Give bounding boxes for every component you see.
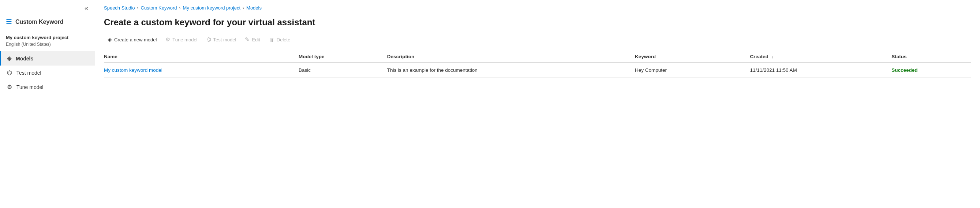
breadcrumb-speech-studio[interactable]: Speech Studio — [104, 5, 135, 11]
sidebar-app-name: ☰ Custom Keyword — [0, 15, 95, 32]
models-icon: ◈ — [7, 55, 11, 62]
col-header-status: Status — [891, 51, 971, 62]
breadcrumb: Speech Studio › Custom Keyword › My cust… — [104, 0, 971, 14]
cell-description: This is an example for the documentation — [387, 62, 635, 78]
models-table: Name Model type Description Keyword Crea… — [104, 51, 971, 78]
sort-icon-created: ↓ — [771, 54, 773, 59]
breadcrumb-sep-2: › — [179, 5, 181, 11]
tune-model-icon: ⚙ — [7, 83, 12, 90]
test-model-icon: ⌬ — [7, 69, 12, 76]
sidebar-collapse-button[interactable]: « — [82, 4, 91, 13]
create-new-model-button[interactable]: ◈ Create a new model — [104, 34, 160, 45]
sidebar-project-locale: English (United States) — [0, 41, 95, 51]
toolbar: ◈ Create a new model ⚙ Tune model ⌬ Test… — [104, 34, 971, 45]
main-content: Speech Studio › Custom Keyword › My cust… — [95, 0, 980, 208]
cell-created: 11/11/2021 11:50 AM — [750, 62, 891, 78]
breadcrumb-custom-keyword[interactable]: Custom Keyword — [141, 5, 177, 11]
breadcrumb-sep-1: › — [137, 5, 139, 11]
sidebar-item-tune-model-label: Tune model — [16, 84, 43, 90]
delete-label: Delete — [277, 37, 291, 43]
sidebar-item-models-label: Models — [16, 56, 33, 61]
edit-label: Edit — [252, 37, 260, 43]
create-model-icon: ◈ — [108, 36, 112, 43]
test-icon: ⌬ — [207, 36, 211, 43]
tune-icon: ⚙ — [165, 36, 170, 43]
test-label: Test model — [213, 37, 236, 43]
delete-icon: 🗑 — [269, 37, 274, 43]
col-header-name: Name — [104, 51, 299, 62]
sidebar-item-models[interactable]: ◈ Models — [0, 51, 95, 66]
col-header-keyword: Keyword — [635, 51, 750, 62]
delete-button[interactable]: 🗑 Delete — [265, 34, 294, 45]
cell-status: Succeeded — [891, 62, 971, 78]
test-model-button[interactable]: ⌬ Test model — [203, 34, 240, 45]
app-name-label: Custom Keyword — [15, 19, 64, 25]
sidebar-item-test-model-label: Test model — [16, 70, 41, 76]
table-row: My custom keyword model Basic This is an… — [104, 62, 971, 78]
sidebar-project-name: My custom keyword project — [0, 32, 95, 41]
tune-model-button[interactable]: ⚙ Tune model — [162, 34, 201, 45]
page-title: Create a custom keyword for your virtual… — [104, 17, 971, 27]
tune-label: Tune model — [172, 37, 197, 43]
breadcrumb-project[interactable]: My custom keyword project — [183, 5, 241, 11]
table-header-row: Name Model type Description Keyword Crea… — [104, 51, 971, 62]
breadcrumb-models: Models — [246, 5, 262, 11]
edit-button[interactable]: ✎ Edit — [241, 34, 264, 45]
sidebar-item-tune-model[interactable]: ⚙ Tune model — [0, 80, 95, 94]
col-header-created[interactable]: Created ↓ — [750, 51, 891, 62]
cell-model-type: Basic — [299, 62, 387, 78]
cell-name: My custom keyword model — [104, 62, 299, 78]
col-header-model-type: Model type — [299, 51, 387, 62]
create-label: Create a new model — [114, 37, 157, 43]
sidebar-item-test-model[interactable]: ⌬ Test model — [0, 66, 95, 80]
status-badge: Succeeded — [891, 67, 918, 73]
sidebar: « ☰ Custom Keyword My custom keyword pro… — [0, 0, 95, 208]
col-header-description: Description — [387, 51, 635, 62]
edit-icon: ✎ — [245, 36, 250, 43]
model-name-link[interactable]: My custom keyword model — [104, 67, 162, 73]
cell-keyword: Hey Computer — [635, 62, 750, 78]
breadcrumb-sep-3: › — [243, 5, 244, 11]
sidebar-collapse-area: « — [0, 0, 95, 15]
app-icon: ☰ — [6, 18, 12, 26]
